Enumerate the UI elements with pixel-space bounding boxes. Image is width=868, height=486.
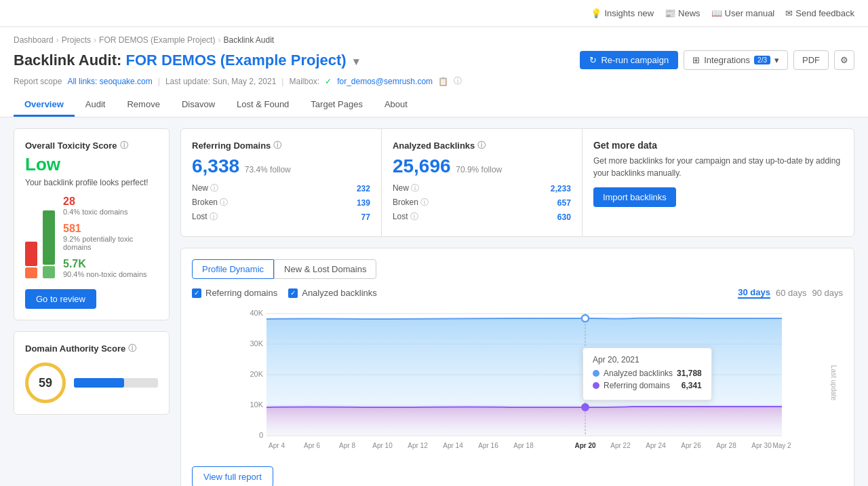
analyzed-backlinks-title: Analyzed Backlinks ⓘ: [393, 140, 571, 151]
rerun-campaign-button[interactable]: ↻ Re-run campaign: [580, 51, 678, 69]
svg-text:10K: 10K: [250, 400, 263, 409]
tooltip-dot-purple: [593, 382, 599, 389]
news-icon: 📰: [665, 8, 675, 18]
chart-tooltip: Apr 20, 2021 Analyzed backlinks 31,788 R…: [583, 348, 712, 400]
tab-lost-found[interactable]: Lost & Found: [226, 94, 300, 117]
svg-text:Apr 24: Apr 24: [646, 442, 666, 449]
da-content: 59: [25, 362, 158, 403]
svg-text:Apr 16: Apr 16: [478, 442, 498, 449]
rerun-label: Re-run campaign: [601, 55, 669, 65]
svg-text:Apr 14: Apr 14: [443, 442, 463, 449]
metrics-row: Referring Domains ⓘ 6,338 73.4% follow N…: [180, 128, 854, 237]
tab-audit[interactable]: Audit: [75, 94, 117, 117]
tox-item-orange: 581 9.2% potentially toxic domains: [63, 223, 158, 251]
tooltip-date: Apr 20, 2021: [593, 355, 702, 364]
checkbox-rd-icon: ✓: [192, 288, 201, 298]
domain-authority-info-icon[interactable]: ⓘ: [128, 343, 136, 354]
report-scope: Report scope All links: seoquake.com | L…: [14, 75, 854, 87]
mailbox-info-icon[interactable]: ⓘ: [454, 75, 462, 87]
chart-wrapper: 40K 30K 20K 10K 0: [192, 307, 843, 458]
period-30-button[interactable]: 30 days: [738, 287, 770, 299]
tab-target-pages[interactable]: Target Pages: [300, 94, 374, 117]
left-panel: Overall Toxicity Score ⓘ Low Your backli…: [14, 128, 170, 486]
svg-text:Apr 30: Apr 30: [751, 442, 772, 449]
chart-tab-new-lost[interactable]: New & Lost Domains: [274, 259, 376, 279]
toxicity-info-icon[interactable]: ⓘ: [120, 140, 128, 151]
right-panel: Referring Domains ⓘ 6,338 73.4% follow N…: [180, 128, 854, 486]
tab-about[interactable]: About: [374, 94, 418, 117]
send-feedback-link[interactable]: ✉ Send feedback: [785, 8, 854, 18]
chart-dot-purple: [582, 404, 589, 411]
last-update-text: Last update: Sun, May 2, 2021: [165, 77, 276, 86]
checkbox-referring-domains[interactable]: ✓ Referring domains: [192, 288, 277, 298]
ab-new-value: 2,233: [551, 184, 571, 193]
tox-bar-group-red: [25, 242, 37, 278]
rd-lost-value: 77: [361, 212, 370, 222]
toxicity-level: Low: [25, 154, 158, 175]
ab-rows: New ⓘ 2,233 Broken ⓘ 657 Lost ⓘ 630: [393, 183, 571, 223]
breadcrumb-project[interactable]: FOR DEMOS (Example Project): [99, 35, 215, 45]
rd-broken-value: 139: [357, 198, 370, 208]
svg-text:May 2: May 2: [772, 442, 791, 449]
tox-item-green: 5.7K 90.4% non-toxic domains: [63, 258, 158, 278]
rd-follow-pct: 73.4% follow: [245, 165, 291, 174]
tox-bar-green: [43, 210, 55, 265]
breadcrumb-dashboard[interactable]: Dashboard: [14, 35, 54, 45]
user-manual-link[interactable]: 📖 User manual: [711, 8, 775, 18]
ab-info-icon[interactable]: ⓘ: [477, 140, 486, 151]
breadcrumb-projects[interactable]: Projects: [62, 35, 91, 45]
ab-follow-pct: 70.9% follow: [456, 165, 502, 174]
integrations-arrow: ▾: [774, 55, 779, 65]
chart-controls: ✓ Referring domains ✓ Analyzed backlinks…: [192, 287, 843, 299]
da-bar-background: [74, 378, 158, 388]
checkbox-rd-label: Referring domains: [205, 288, 277, 298]
integrations-button[interactable]: ⊞ Integrations 2/3 ▾: [684, 50, 788, 70]
settings-button[interactable]: ⚙: [834, 50, 854, 70]
period-60-button[interactable]: 60 days: [776, 287, 807, 299]
pdf-label: PDF: [802, 55, 820, 65]
breadcrumb-current: Backlink Audit: [223, 35, 274, 45]
view-full-report-button[interactable]: View full report: [192, 466, 273, 486]
integrations-label: Integrations: [704, 55, 750, 65]
integrations-count: 2/3: [754, 56, 770, 64]
import-backlinks-button[interactable]: Import backlinks: [593, 187, 676, 207]
tab-remove[interactable]: Remove: [116, 94, 170, 117]
ab-lost-value: 630: [557, 212, 571, 222]
svg-text:Apr 26: Apr 26: [681, 442, 701, 449]
title-prefix: Backlink Audit:: [14, 52, 121, 69]
last-update-label: Last update: [829, 364, 837, 400]
checkbox-ab-label: Analyzed backlinks: [302, 288, 377, 298]
integrations-icon: ⊞: [692, 55, 700, 65]
chart-tab-profile-dynamic[interactable]: Profile Dynamic: [192, 259, 274, 279]
book-icon: 📖: [711, 8, 722, 18]
pdf-button[interactable]: PDF: [793, 50, 829, 70]
rd-info-icon[interactable]: ⓘ: [273, 140, 281, 151]
chart-card: Profile Dynamic New & Lost Domains ✓ Ref…: [180, 248, 854, 486]
tox-bar-light-green: [43, 266, 55, 278]
chart-period-buttons: 30 days 60 days 90 days: [738, 287, 843, 299]
svg-text:Apr 4: Apr 4: [269, 442, 285, 449]
breadcrumb: Dashboard › Projects › FOR DEMOS (Exampl…: [14, 35, 854, 45]
ab-row-new: New ⓘ 2,233: [393, 183, 571, 194]
tox-bar-red: [25, 242, 37, 266]
mailbox-email[interactable]: for_demos@semrush.com: [337, 77, 433, 86]
toxicity-title: Overall Toxicity Score ⓘ: [25, 140, 158, 151]
tab-overview[interactable]: Overview: [14, 94, 75, 117]
domain-authority-title: Domain Authority Score ⓘ: [25, 343, 158, 354]
tooltip-analyzed-label: Analyzed backlinks: [604, 369, 673, 378]
rd-row-new: New ⓘ 232: [192, 183, 370, 194]
report-scope-link[interactable]: All links: seoquake.com: [67, 77, 152, 86]
referring-domains-block: Referring Domains ⓘ 6,338 73.4% follow N…: [181, 129, 382, 236]
insights-link[interactable]: 💡 Insights new: [591, 8, 654, 18]
get-more-block: Get more data Get more backlinks for you…: [583, 129, 854, 236]
svg-text:Apr 12: Apr 12: [408, 442, 428, 449]
title-caret[interactable]: ▾: [353, 56, 359, 67]
mailbox-copy-icon[interactable]: 📋: [438, 77, 448, 86]
go-to-review-button[interactable]: Go to review: [25, 289, 96, 309]
tab-disavow[interactable]: Disavow: [171, 94, 226, 117]
news-link[interactable]: 📰 News: [665, 8, 701, 18]
checkbox-analyzed-backlinks[interactable]: ✓ Analyzed backlinks: [288, 288, 377, 298]
page-title: Backlink Audit: FOR DEMOS (Example Proje…: [14, 52, 359, 69]
report-scope-label: Report scope: [14, 77, 62, 86]
period-90-button[interactable]: 90 days: [812, 287, 843, 299]
